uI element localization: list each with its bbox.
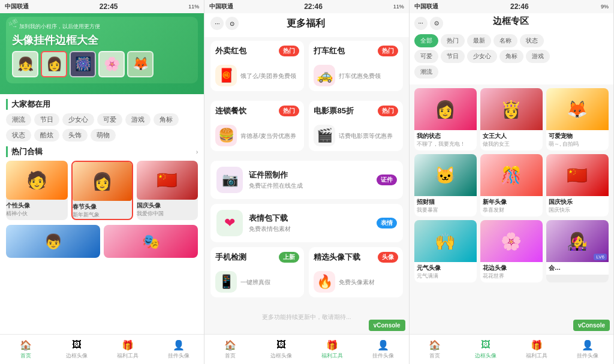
status-bar-3: 中国联通 22:46 9% xyxy=(410,0,613,13)
hot-more-btn[interactable]: › xyxy=(196,148,198,155)
frame-info-9: 会… xyxy=(546,262,609,275)
frame-img-energy: 🙌 xyxy=(414,220,477,262)
tag-可爱[interactable]: 可爱 xyxy=(97,113,122,126)
tag-角标[interactable]: 角标 xyxy=(154,113,179,126)
frame-info-4: 招财猫 我要暴富 xyxy=(414,196,477,216)
welfare-icon-1: 🎁 xyxy=(122,339,134,351)
phone-icon-wrap: 📱 xyxy=(215,271,237,293)
benefit-name-phone: 手机检测 xyxy=(215,252,246,263)
badge-phone: 上新 xyxy=(279,252,299,263)
nav-home-3[interactable]: 🏠 首页 xyxy=(410,339,460,360)
benefit-list: 外卖红包 热门 🧧 饿了么/美团券免费领 打车红包 热门 🚕 xyxy=(204,37,408,334)
frame-queen[interactable]: 👸 女王大人 做我的女王 xyxy=(480,88,543,151)
id-photo-name: 证件照制作 xyxy=(249,170,370,181)
card-個性头像[interactable]: 🧑 个性头像 精神小伙 xyxy=(6,161,68,220)
benefit-taxi[interactable]: 打车红包 热门 🚕 打车优惠免费领 xyxy=(309,41,402,91)
filter-cute[interactable]: 可爱 xyxy=(414,50,438,63)
nav-hang-1[interactable]: 👤 挂件头像 xyxy=(153,339,204,360)
filter-new[interactable]: 最新 xyxy=(467,34,491,47)
dot-btn-menu-3[interactable]: ··· xyxy=(414,17,428,30)
border-icon-3: 🖼 xyxy=(480,339,492,351)
tag-节日[interactable]: 节日 xyxy=(34,113,59,126)
status-icons-2: 11% xyxy=(393,4,404,10)
filter-all[interactable]: 全部 xyxy=(414,34,438,47)
nav-welfare-3[interactable]: 🎁 福利工具 xyxy=(511,339,562,360)
tag-游戏[interactable]: 游戏 xyxy=(125,113,151,126)
filter-game[interactable]: 游戏 xyxy=(526,50,550,63)
frame-my-status[interactable]: 👩 我的状态 不聊了，我要充电！ xyxy=(414,88,477,151)
frame-pet[interactable]: 🦊 可爱宠物 萌～, 自拍吗 xyxy=(546,88,609,151)
dot-btn-menu[interactable]: ··· xyxy=(210,17,224,30)
vconsole-btn-3[interactable]: vConsole xyxy=(573,320,610,331)
panel-3: 中国联通 22:46 9% ··· ⊙ 边框专区 全部 热门 最新 名称 状态 … xyxy=(410,0,614,364)
nav-home-2[interactable]: 🏠 首页 xyxy=(204,339,255,360)
vconsole-btn-2[interactable]: vConsole xyxy=(369,320,405,331)
filter-name[interactable]: 名称 xyxy=(493,34,517,47)
card-img-1: 🧑 xyxy=(6,161,68,200)
benefit-chain[interactable]: 连锁餐饮 热门 🍔 肯德基/麦当劳优惠券 xyxy=(210,101,304,151)
nav-border-2[interactable]: 🖼 边框头像 xyxy=(255,339,306,360)
avatar-row: 👧 👩 🎆 🌸 🦊 xyxy=(12,51,192,77)
filter-badge[interactable]: 角标 xyxy=(499,50,523,63)
frame-grid: 👩 我的状态 不聊了，我要充电！ 👸 女王大人 做我的女王 🦊 可爱宠物 萌～,… xyxy=(410,85,613,334)
benefit-id-photo[interactable]: 📷 证件照制作 免费证件照在线生成 证件 xyxy=(210,161,402,199)
nav-home-1[interactable]: 🏠 首页 xyxy=(0,339,51,360)
tag-少女心[interactable]: 少女心 xyxy=(62,113,94,126)
nav-hang-2[interactable]: 👤 挂件头像 xyxy=(358,339,409,360)
tag-状态[interactable]: 状态 xyxy=(6,129,31,142)
benefit-phone-check[interactable]: 手机检测 上新 📱 一键辨真假 xyxy=(210,247,304,297)
benefit-avatar-dl[interactable]: 精选头像下载 头像 🔥 免费头像素材 xyxy=(309,247,402,297)
card-国庆头像[interactable]: 🇨🇳 国庆头像 我爱你中国 xyxy=(137,161,198,220)
dot-btn-scan[interactable]: ⊙ xyxy=(225,17,239,30)
benefit-emoji[interactable]: ❤ 表情包下载 免费表情包素材 表情 xyxy=(210,204,402,242)
filter-girl[interactable]: 少女心 xyxy=(467,50,497,63)
frame-national[interactable]: 🇨🇳 国庆快乐 国庆快乐 xyxy=(546,154,609,216)
benefit-desc-waimai: 饿了么/美团券免费领 xyxy=(240,72,296,80)
benefit-body-avatar-dl: 🔥 免费头像素材 xyxy=(314,271,375,293)
frame-sub-8: 花花世界 xyxy=(483,272,540,280)
frame-sub-4: 我要暴富 xyxy=(417,206,474,214)
filter-holiday[interactable]: 节日 xyxy=(441,50,465,63)
filter-hot[interactable]: 热门 xyxy=(441,34,465,47)
time-1: 22:45 xyxy=(100,2,118,11)
badge-movie: 热门 xyxy=(378,106,398,116)
tag-潮流[interactable]: 潮流 xyxy=(6,113,31,126)
nav-welfare-2[interactable]: 🎁 福利工具 xyxy=(306,339,357,360)
nav-border-1[interactable]: 🖼 边框头像 xyxy=(51,339,102,360)
benefit-header-waimai: 外卖红包 热门 xyxy=(215,46,299,56)
panel1-banner: 斗图 → 加到我的小程序，以后使用更方便 头像挂件边框大全 👧 👩 🎆 🌸 🦊 xyxy=(6,17,198,83)
card-春节头像[interactable]: 👩 春节头像 新年新气象 xyxy=(71,161,133,220)
benefit-movie[interactable]: 电影票85折 热门 🎬 话费电影票等优惠券 xyxy=(309,101,402,151)
home-icon-1: 🏠 xyxy=(20,339,32,351)
panel3-title-row: ··· ⊙ 边框专区 xyxy=(414,16,609,31)
frame-img-lucky-cat: 🐱 xyxy=(414,154,477,196)
frame-new-year[interactable]: 🎊 新年头像 恭喜发财 xyxy=(480,154,543,216)
filter-trend[interactable]: 潮流 xyxy=(414,65,438,79)
nav-label-hang-2: 挂件头像 xyxy=(372,352,394,360)
hot-section-header: 热门合辑 › xyxy=(6,146,198,157)
frame-energy[interactable]: 🙌 元气头像 元气满满 xyxy=(414,220,477,282)
nav-border-3[interactable]: 🖼 边框头像 xyxy=(460,339,511,360)
filter-status[interactable]: 状态 xyxy=(520,34,544,47)
avatar-img-5: 🦊 xyxy=(128,52,152,76)
frame-live[interactable]: 👩‍🎤 LV6 会… xyxy=(546,220,609,282)
avatar-4[interactable]: 🌸 xyxy=(98,51,125,77)
avatar-5[interactable]: 🦊 xyxy=(127,51,154,77)
tag-萌物[interactable]: 萌物 xyxy=(91,129,116,142)
tag-头饰[interactable]: 头饰 xyxy=(62,129,88,142)
avatar-3[interactable]: 🎆 xyxy=(70,51,96,77)
avatar-1[interactable]: 👧 xyxy=(12,51,38,77)
frame-lucky-cat[interactable]: 🐱 招财猫 我要暴富 xyxy=(414,154,477,216)
nav-hang-3[interactable]: 👤 挂件头像 xyxy=(562,339,613,360)
benefit-waimai[interactable]: 外卖红包 热门 🧧 饿了么/美团券免费领 xyxy=(210,41,304,91)
nav-label-home-1: 首页 xyxy=(20,352,31,360)
hot-title: 热门合辑 xyxy=(6,146,43,157)
nav-label-hang-1: 挂件头像 xyxy=(168,352,189,360)
frame-flower[interactable]: 🌸 花边头像 花花世界 xyxy=(480,220,543,282)
card-extra-2[interactable]: 🎭 xyxy=(104,225,198,258)
dot-btn-scan-3[interactable]: ⊙ xyxy=(430,17,443,30)
tag-酷炫[interactable]: 酷炫 xyxy=(34,129,59,142)
avatar-2[interactable]: 👩 xyxy=(41,51,67,77)
card-extra-1[interactable]: 👦 xyxy=(6,225,100,258)
nav-welfare-1[interactable]: 🎁 福利工具 xyxy=(102,339,153,360)
